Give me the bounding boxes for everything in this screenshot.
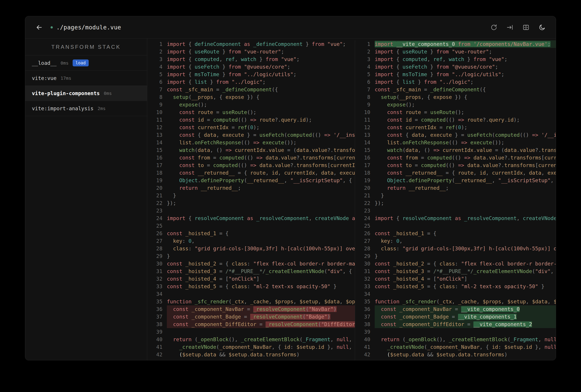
transform-stack-item[interactable]: vite:import-analysis2ms <box>25 101 147 116</box>
code-line[interactable]: 36 const _component_NavBar = __vite_comp… <box>355 305 556 313</box>
code-line[interactable]: 41 _createVNode(_component_NavBar, { id:… <box>147 343 355 351</box>
code-line[interactable]: 21 } <box>355 192 556 199</box>
code-line[interactable]: 42 ($setup.data && $setup.data.transform… <box>147 351 355 358</box>
code-line[interactable]: 11 const id = computed(() => route?.quer… <box>355 116 556 124</box>
code-line[interactable]: 20 return __returned__; <box>147 184 355 192</box>
line-number: 18 <box>147 169 167 176</box>
code-line[interactable]: 23 <box>355 207 556 214</box>
transform-stack-item[interactable]: __load__0msload <box>25 56 147 70</box>
code-line[interactable]: 22}); <box>355 199 556 207</box>
diff-result-panel[interactable]: 1import __vite_components_0 from '/compo… <box>355 40 556 360</box>
code-line[interactable]: 22}); <box>147 199 355 207</box>
code-line[interactable]: 34 <box>147 290 355 298</box>
diff-original-panel[interactable]: 1import { defineComponent as _defineComp… <box>147 40 355 360</box>
code-line[interactable]: 35function _sfc_render(_ctx, _cache, $pr… <box>355 298 556 305</box>
code-line[interactable]: 16 const from = computed(() => data.valu… <box>147 154 355 162</box>
code-line[interactable]: 1import { defineComponent as _defineComp… <box>147 40 355 48</box>
code-line[interactable]: 14 list.onFetchResponse(() => execute())… <box>147 139 355 146</box>
code-text: const _hoisted_1 = { <box>375 230 556 237</box>
code-line[interactable]: 24import { resolveComponent as _resolveC… <box>147 214 355 222</box>
code-line[interactable]: 18 const __returned__ = { route, id, cur… <box>355 169 556 176</box>
code-line[interactable]: 10 const route = useRoute(); <box>355 108 556 116</box>
code-line[interactable]: 6import { list } from "../logic"; <box>147 78 355 86</box>
code-line[interactable]: 18 const __returned__ = { route, id, cur… <box>147 169 355 176</box>
code-line[interactable]: 10 const route = useRoute(); <box>147 108 355 116</box>
code-line[interactable]: 12 const currentIdx = ref(0); <box>355 124 556 131</box>
code-line[interactable]: 32const _hoisted_4 = ["onClick"] <box>355 275 556 283</box>
code-line[interactable]: 7const _sfc_main = _defineComponent({ <box>147 86 355 93</box>
code-line[interactable]: 8 setup(__props, { expose }) { <box>147 93 355 101</box>
code-line[interactable]: 11 const id = computed(() => route?.quer… <box>147 116 355 124</box>
code-line[interactable]: 20 return __returned__; <box>355 184 556 192</box>
split-view-icon[interactable] <box>522 24 530 31</box>
code-line[interactable]: 3import { computed, ref, watch } from "v… <box>147 56 355 63</box>
code-line[interactable]: 30const _hoisted_2 = { class: "flex flex… <box>355 260 556 268</box>
code-line[interactable]: 2import { useRoute } from "vue-router"; <box>355 48 556 56</box>
code-line[interactable]: 27 key: 0, <box>147 237 355 245</box>
code-line[interactable]: 25 <box>147 222 355 230</box>
code-line[interactable]: 4import { useFetch } from "@vueuse/core"… <box>355 63 556 70</box>
transform-stack-item[interactable]: vite-plugin-components0ms <box>25 86 147 101</box>
code-line[interactable]: 13 const { data, execute } = useFetch(co… <box>355 131 556 139</box>
code-line[interactable]: 9 expose(); <box>147 101 355 108</box>
code-line[interactable]: 17 const to = computed(() => data.value?… <box>355 162 556 169</box>
code-line[interactable]: 9 expose(); <box>355 101 556 108</box>
code-line[interactable]: 30const _hoisted_2 = { class: "flex flex… <box>147 260 355 268</box>
code-line[interactable]: 7const _sfc_main = _defineComponent({ <box>355 86 556 93</box>
code-line[interactable]: 8 setup(__props, { expose }) { <box>355 93 556 101</box>
code-line[interactable]: 23 <box>147 207 355 214</box>
code-line[interactable]: 38 const _component_DiffEditor = __vite_… <box>355 320 556 328</box>
code-line[interactable]: 5import { msToTime } from "../logic/util… <box>147 70 355 78</box>
code-line[interactable]: 39 <box>355 328 556 336</box>
code-line[interactable]: 33const _hoisted_5 = { class: "ml-2 text… <box>355 283 556 290</box>
code-line[interactable]: 33const _hoisted_5 = { class: "ml-2 text… <box>147 283 355 290</box>
code-line[interactable]: 31const _hoisted_3 = /*#__PURE__*/_creat… <box>355 268 556 275</box>
code-line[interactable]: 5import { msToTime } from "../logic/util… <box>355 70 556 78</box>
code-line[interactable]: 27 key: 0, <box>355 237 556 245</box>
theme-toggle-icon[interactable] <box>538 24 546 31</box>
code-line[interactable]: 40 return (_openBlock(), _createElementB… <box>355 336 556 343</box>
back-button[interactable] <box>36 24 43 31</box>
refresh-icon[interactable] <box>490 24 498 31</box>
code-line[interactable]: 37 const _component_Badge = __vite_compo… <box>355 313 556 320</box>
code-line[interactable]: 34 <box>355 290 556 298</box>
code-line[interactable]: 40 return (_openBlock(), _createElementB… <box>147 336 355 343</box>
code-line[interactable]: 36 const _component_NavBar = _resolveCom… <box>147 305 355 313</box>
code-line[interactable]: 15 watch(data, () => currentIdx.value = … <box>147 146 355 154</box>
transform-stack-item[interactable]: vite:vue17ms <box>25 70 147 86</box>
code-line[interactable]: 17 const to = computed(() => data.value?… <box>147 162 355 169</box>
code-line[interactable]: 28 class: "grid grid-cols-[300px,3fr] h-… <box>355 245 556 252</box>
line-number: 15 <box>147 146 167 154</box>
code-line[interactable]: 12 const currentIdx = ref(0); <box>147 124 355 131</box>
code-line[interactable]: 24import { resolveComponent as _resolveC… <box>355 214 556 222</box>
code-line[interactable]: 29} <box>147 252 355 260</box>
code-line[interactable]: 41 _createVNode(_component_NavBar, { id:… <box>355 343 556 351</box>
code-line[interactable]: 29} <box>355 252 556 260</box>
code-line[interactable]: 39 <box>147 328 355 336</box>
code-line[interactable]: 3import { computed, ref, watch } from "v… <box>355 56 556 63</box>
code-line[interactable]: 16 const from = computed(() => data.valu… <box>355 154 556 162</box>
code-line[interactable]: 4import { useFetch } from "@vueuse/core"… <box>147 63 355 70</box>
code-line[interactable]: 1import __vite_components_0 from '/compo… <box>355 40 556 48</box>
code-line[interactable]: 26const _hoisted_1 = { <box>355 230 556 237</box>
code-line[interactable]: 37 const _component_Badge = _resolveComp… <box>147 313 355 320</box>
code-line[interactable]: 32const _hoisted_4 = ["onClick"] <box>147 275 355 283</box>
code-line[interactable]: 13 const { data, execute } = useFetch(co… <box>147 131 355 139</box>
code-line[interactable]: 15 watch(data, () => currentIdx.value = … <box>355 146 556 154</box>
code-line[interactable]: 19 Object.defineProperty(__returned__, "… <box>355 176 556 184</box>
code-line[interactable]: 19 Object.defineProperty(__returned__, "… <box>147 176 355 184</box>
code-line[interactable]: 25 <box>355 222 556 230</box>
code-line[interactable]: 31const _hoisted_3 = /*#__PURE__*/_creat… <box>147 268 355 275</box>
line-wrap-icon[interactable] <box>506 24 514 31</box>
code-line[interactable]: 14 list.onFetchResponse(() => execute())… <box>355 139 556 146</box>
code-line[interactable]: 28 class: "grid grid-cols-[300px,3fr] h-… <box>147 245 355 252</box>
code-line[interactable]: 26const _hoisted_1 = { <box>147 230 355 237</box>
code-line[interactable]: 42 ($setup.data && $setup.data.transform… <box>355 351 556 358</box>
code-line[interactable]: 38 const _component_DiffEditor = _resolv… <box>147 320 355 328</box>
code-line[interactable]: 35function _sfc_render(_ctx, _cache, $pr… <box>147 298 355 305</box>
code-line[interactable]: 21 } <box>147 192 355 199</box>
line-number: 20 <box>147 184 167 192</box>
line-number: 31 <box>355 268 375 275</box>
code-line[interactable]: 6import { list } from "../logic"; <box>355 78 556 86</box>
code-line[interactable]: 2import { useRoute } from "vue-router"; <box>147 48 355 56</box>
